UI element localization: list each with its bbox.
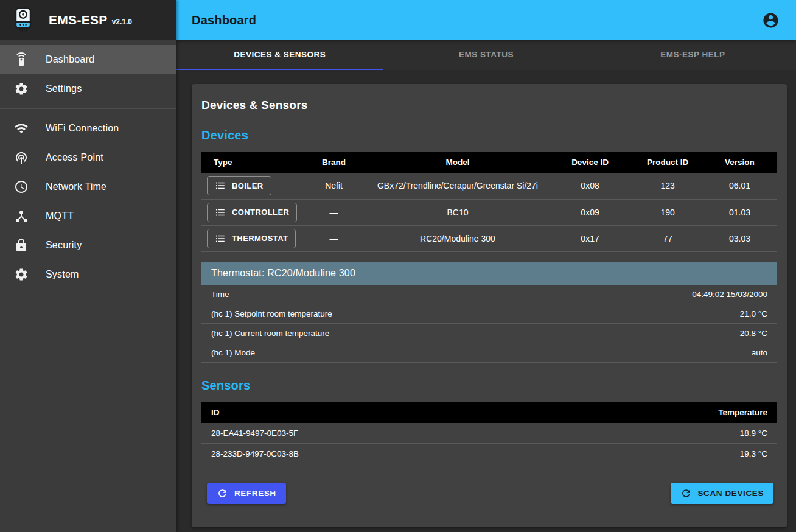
device-type-button-boiler[interactable]: BOILER bbox=[207, 176, 271, 195]
value-label: Time bbox=[211, 290, 229, 299]
sidebar-item-network-time[interactable]: Network Time bbox=[0, 172, 176, 201]
app-title: EMS-ESP bbox=[49, 13, 108, 27]
table-row-sensor: 28-EA41-9497-0E03-5F 18.9 °C bbox=[201, 423, 777, 444]
sensor-id: 28-233D-9497-0C03-8B bbox=[211, 449, 299, 458]
refresh-icon bbox=[217, 488, 228, 499]
selected-device-banner: Thermostat: RC20/Moduline 300 bbox=[201, 262, 777, 285]
sensor-temperature: 19.3 °C bbox=[740, 449, 767, 458]
value-text: 04:49:02 15/03/2000 bbox=[692, 290, 767, 299]
list-icon bbox=[215, 180, 226, 191]
main-column: Dashboard DEVICES & SENSORS EMS STATUS E… bbox=[176, 0, 796, 532]
sidebar-item-label: Network Time bbox=[46, 181, 106, 192]
content-area: Devices & Sensors Devices Type Brand Mod… bbox=[176, 70, 796, 532]
device-version: 03.03 bbox=[702, 225, 777, 251]
sidebar-item-dashboard[interactable]: Dashboard bbox=[0, 45, 176, 74]
table-row-thermostat: THERMOSTAT — RC20/Moduline 300 0x17 77 0… bbox=[201, 225, 777, 251]
sensors-heading: Sensors bbox=[201, 379, 777, 393]
device-model: GBx72/Trendline/Cerapur/Greenstar Si/27i bbox=[368, 173, 546, 199]
sidebar-item-label: Access Point bbox=[46, 152, 103, 163]
list-item: (hc 1) Current room temperature 20.8 °C bbox=[201, 324, 777, 343]
device-type-button-thermostat[interactable]: THERMOSTAT bbox=[207, 229, 296, 248]
sidebar-divider bbox=[0, 108, 176, 109]
sidebar-item-system[interactable]: System bbox=[0, 260, 176, 289]
sidebar-item-label: Security bbox=[46, 240, 82, 251]
actions-bar: REFRESH SCAN DEVICES bbox=[201, 483, 777, 504]
app-title-group: EMS-ESP v2.1.0 bbox=[49, 13, 132, 27]
column-header-id: ID bbox=[211, 408, 220, 417]
device-brand: — bbox=[299, 199, 369, 225]
devices-sensors-card: Devices & Sensors Devices Type Brand Mod… bbox=[192, 84, 787, 527]
page-title: Dashboard bbox=[192, 13, 256, 27]
sensors-table: ID Temperature 28-EA41-9497-0E03-5F 18.9… bbox=[201, 402, 777, 464]
column-header-brand: Brand bbox=[299, 152, 369, 173]
device-hub-icon bbox=[14, 209, 29, 223]
list-icon bbox=[215, 207, 226, 218]
table-row-boiler: BOILER Nefit GBx72/Trendline/Cerapur/Gre… bbox=[201, 173, 777, 199]
user-account-button[interactable] bbox=[758, 8, 783, 32]
device-model: BC10 bbox=[368, 199, 546, 225]
account-circle-icon bbox=[762, 12, 780, 29]
column-header-temperature: Temperature bbox=[718, 408, 767, 417]
column-header-model: Model bbox=[368, 152, 546, 173]
gear-icon bbox=[14, 82, 29, 96]
sidebar-item-wifi-connection[interactable]: WiFi Connection bbox=[0, 114, 176, 143]
refresh-button[interactable]: REFRESH bbox=[207, 483, 286, 504]
list-item: Time 04:49:02 15/03/2000 bbox=[201, 285, 777, 304]
boiler-logo-icon bbox=[10, 7, 37, 33]
scan-devices-button[interactable]: SCAN DEVICES bbox=[671, 483, 773, 504]
sidebar-item-access-point[interactable]: Access Point bbox=[0, 143, 176, 172]
tab-bar: DEVICES & SENSORS EMS STATUS EMS-ESP HEL… bbox=[176, 40, 796, 70]
tab-ems-status[interactable]: EMS STATUS bbox=[383, 40, 589, 70]
table-row-controller: CONTROLLER — BC10 0x09 190 01.03 bbox=[201, 199, 777, 225]
device-id: 0x09 bbox=[547, 199, 634, 225]
device-id: 0x08 bbox=[547, 173, 634, 199]
sidebar-item-security[interactable]: Security bbox=[0, 231, 176, 260]
selected-device-values: Time 04:49:02 15/03/2000 (hc 1) Setpoint… bbox=[201, 285, 777, 363]
refresh-button-label: REFRESH bbox=[234, 489, 276, 498]
devices-table: Type Brand Model Device ID Product ID Ve… bbox=[201, 152, 777, 252]
device-type-label: CONTROLLER bbox=[232, 208, 289, 217]
sidebar: EMS-ESP v2.1.0 Dashboard Settings WiFi C… bbox=[0, 0, 176, 532]
list-icon bbox=[215, 233, 226, 244]
clock-icon bbox=[14, 180, 29, 194]
sidebar-item-label: Settings bbox=[46, 83, 82, 94]
value-label: (hc 1) Setpoint room temperature bbox=[211, 309, 332, 318]
gear-icon bbox=[14, 267, 29, 282]
app-logo-bar: EMS-ESP v2.1.0 bbox=[0, 0, 176, 40]
device-type-button-controller[interactable]: CONTROLLER bbox=[207, 203, 297, 222]
sidebar-item-label: System bbox=[46, 269, 79, 280]
sidebar-item-label: WiFi Connection bbox=[46, 123, 119, 134]
device-type-label: BOILER bbox=[232, 181, 264, 191]
device-product-id: 190 bbox=[633, 199, 702, 225]
column-header-device-id: Device ID bbox=[547, 152, 634, 173]
value-label: (hc 1) Mode bbox=[211, 348, 255, 357]
tab-ems-esp-help[interactable]: EMS-ESP HELP bbox=[590, 40, 796, 70]
column-header-version: Version bbox=[702, 152, 777, 173]
device-product-id: 77 bbox=[633, 225, 702, 251]
column-header-product-id: Product ID bbox=[633, 152, 702, 173]
sidebar-item-label: MQTT bbox=[46, 211, 74, 222]
app-version: v2.1.0 bbox=[112, 18, 132, 26]
device-brand: Nefit bbox=[299, 173, 369, 199]
scan-devices-button-label: SCAN DEVICES bbox=[698, 489, 764, 498]
card-title: Devices & Sensors bbox=[201, 99, 777, 112]
device-type-label: THERMOSTAT bbox=[232, 234, 288, 243]
device-version: 06.01 bbox=[702, 173, 777, 199]
appbar: Dashboard bbox=[176, 0, 796, 40]
value-text: 21.0 °C bbox=[740, 309, 767, 318]
wifi-icon bbox=[14, 121, 29, 136]
sidebar-item-mqtt[interactable]: MQTT bbox=[0, 201, 176, 231]
value-text: auto bbox=[752, 348, 767, 357]
refresh-icon bbox=[680, 488, 692, 499]
device-product-id: 123 bbox=[633, 173, 702, 199]
devices-table-header-row: Type Brand Model Device ID Product ID Ve… bbox=[201, 152, 777, 173]
sidebar-nav: Dashboard Settings WiFi Connection Acces… bbox=[0, 40, 176, 289]
sidebar-item-settings[interactable]: Settings bbox=[0, 74, 176, 103]
tab-devices-sensors[interactable]: DEVICES & SENSORS bbox=[176, 40, 383, 70]
value-label: (hc 1) Current room temperature bbox=[211, 329, 329, 338]
sensor-temperature: 18.9 °C bbox=[740, 429, 767, 438]
list-item: (hc 1) Setpoint room temperature 21.0 °C bbox=[201, 304, 777, 324]
device-version: 01.03 bbox=[702, 199, 777, 225]
value-text: 20.8 °C bbox=[740, 329, 767, 338]
device-brand: — bbox=[299, 225, 369, 251]
